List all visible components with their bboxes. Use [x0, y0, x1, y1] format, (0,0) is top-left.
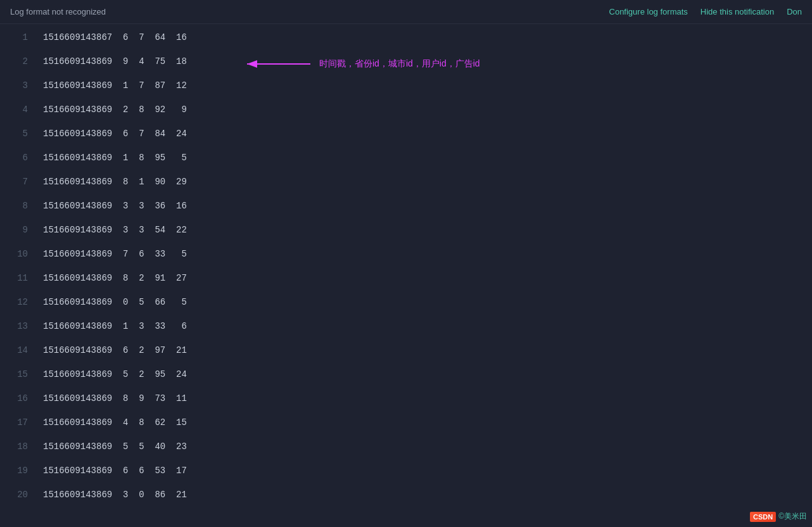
line-number: 13 [10, 314, 28, 338]
line-number: 2 [10, 49, 28, 73]
line-number: 18 [10, 435, 28, 459]
line-number: 4 [10, 98, 28, 122]
code-line: 1516609143869 8 9 73 11 [43, 386, 812, 410]
hide-notification-link[interactable]: Hide this notification [701, 7, 774, 16]
code-line: 1516609143869 5 2 95 24 [43, 362, 812, 386]
dismiss-link[interactable]: Don [787, 7, 802, 16]
line-number: 16 [10, 386, 28, 410]
line-number: 12 [10, 290, 28, 314]
line-number: 11 [10, 266, 28, 290]
line-number: 19 [10, 459, 28, 483]
code-line: 1516609143869 8 1 90 29 [43, 170, 812, 194]
line-number: 9 [10, 218, 28, 242]
notification-message: Log format not recognized [10, 7, 106, 16]
code-line: 1516609143869 6 7 84 24 [43, 122, 812, 146]
code-line: 1516609143869 6 2 97 21 [43, 338, 812, 362]
line-number: 17 [10, 410, 28, 435]
editor-area: 1234567891011121314151617181920 15166091… [0, 24, 812, 527]
code-line: 1516609143869 2 8 92 9 [43, 98, 812, 122]
line-number: 7 [10, 170, 28, 194]
csdn-username: ©美米田 [778, 511, 807, 522]
configure-log-formats-link[interactable]: Configure log formats [609, 7, 688, 16]
code-line: 1516609143869 0 5 66 5 [43, 290, 812, 314]
line-number: 8 [10, 194, 28, 218]
code-line: 1516609143869 5 5 40 23 [43, 435, 812, 459]
notification-bar: Log format not recognized Configure log … [0, 0, 812, 24]
code-line: 1516609143869 3 0 86 21 [43, 483, 812, 507]
line-number: 20 [10, 483, 28, 507]
csdn-watermark: CSDN ©美米田 [750, 511, 807, 522]
code-line: 1516609143869 3 3 54 22 [43, 218, 812, 242]
notification-actions: Configure log formats Hide this notifica… [609, 7, 802, 16]
line-number: 1 [10, 25, 28, 49]
code-line: 1516609143869 1 8 95 5 [43, 146, 812, 170]
line-number: 10 [10, 242, 28, 266]
code-line: 1516609143867 6 7 64 16 [43, 25, 812, 49]
code-content: 1516609143867 6 7 64 161516609143869 9 4… [38, 24, 812, 527]
csdn-logo: CSDN [750, 512, 776, 522]
line-number: 14 [10, 338, 28, 362]
code-line: 1516609143869 4 8 62 15 [43, 410, 812, 435]
line-numbers-gutter: 1234567891011121314151617181920 [0, 24, 38, 527]
code-line: 1516609143869 3 3 36 16 [43, 194, 812, 218]
code-line: 1516609143869 1 7 87 12 [43, 73, 812, 98]
line-number: 15 [10, 362, 28, 386]
code-line: 1516609143869 7 6 33 5 [43, 242, 812, 266]
line-number: 5 [10, 122, 28, 146]
code-line: 1516609143869 1 3 33 6 [43, 314, 812, 338]
line-number: 6 [10, 146, 28, 170]
line-number: 3 [10, 73, 28, 98]
code-line: 1516609143869 8 2 91 27 [43, 266, 812, 290]
code-line: 1516609143869 9 4 75 18 [43, 49, 812, 73]
code-line: 1516609143869 6 6 53 17 [43, 459, 812, 483]
